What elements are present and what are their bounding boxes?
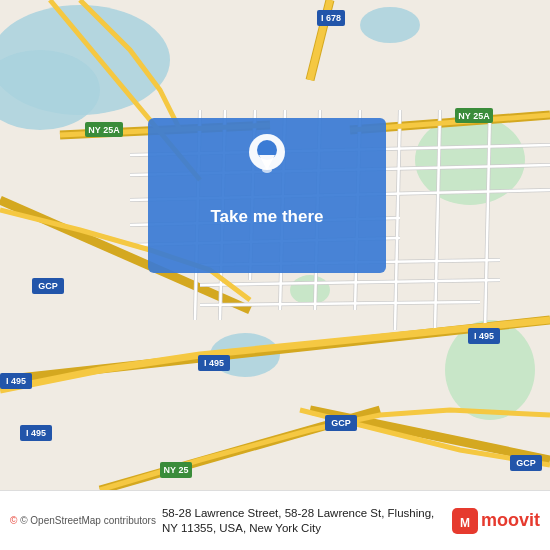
footer: © © OpenStreetMap contributors 58-28 Law… xyxy=(0,490,550,550)
moovit-icon: M xyxy=(452,508,478,534)
svg-text:I 678: I 678 xyxy=(321,13,341,23)
svg-text:I 495: I 495 xyxy=(204,358,224,368)
svg-point-7 xyxy=(290,275,330,305)
svg-text:GCP: GCP xyxy=(38,281,58,291)
take-me-there-button[interactable]: Take me there xyxy=(148,118,386,273)
svg-text:I 495: I 495 xyxy=(6,376,26,386)
moovit-logo: M moovit xyxy=(452,508,540,534)
svg-text:GCP: GCP xyxy=(516,458,536,468)
svg-text:I 495: I 495 xyxy=(474,331,494,341)
address-text: 58-28 Lawrence Street, 58-28 Lawrence St… xyxy=(162,506,446,536)
svg-text:GCP: GCP xyxy=(331,418,351,428)
svg-text:M: M xyxy=(460,516,470,530)
svg-text:NY 25: NY 25 xyxy=(164,465,189,475)
attribution-text: © OpenStreetMap contributors xyxy=(20,515,156,526)
svg-text:I 495: I 495 xyxy=(26,428,46,438)
svg-text:NY 25A: NY 25A xyxy=(88,125,120,135)
osm-attribution[interactable]: © © OpenStreetMap contributors xyxy=(10,515,156,526)
svg-text:NY 25A: NY 25A xyxy=(458,111,490,121)
svg-point-4 xyxy=(360,7,420,43)
moovit-label: moovit xyxy=(481,510,540,531)
